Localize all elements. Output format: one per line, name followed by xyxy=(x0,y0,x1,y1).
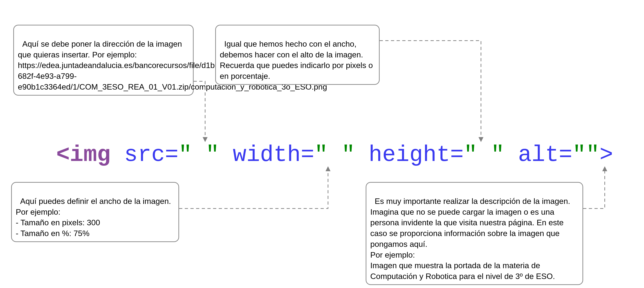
code-token-width: width xyxy=(233,142,301,168)
code-token-img: <img xyxy=(56,142,110,168)
code-eq-3: = xyxy=(450,142,464,168)
callout-width-text: Aquí puedes definir el ancho de la image… xyxy=(16,197,171,238)
callout-src: Aquí se debe poner la dirección de la im… xyxy=(13,25,194,96)
callout-alt-text: Es muy importante realizar la descripció… xyxy=(370,197,572,281)
code-token-src: src xyxy=(124,142,165,168)
code-heightval xyxy=(477,142,491,168)
callout-width: Aquí puedes definir el ancho de la image… xyxy=(11,182,179,242)
code-quote-4b: " xyxy=(586,142,600,168)
code-space-1 xyxy=(110,142,124,168)
code-quote-4a: " xyxy=(572,142,586,168)
connector-height xyxy=(380,41,481,140)
code-token-alt: alt xyxy=(518,142,559,168)
connector-alt xyxy=(583,169,605,209)
code-token-height: height xyxy=(369,142,450,168)
connector-width xyxy=(179,169,328,209)
code-eq-1: = xyxy=(165,142,178,168)
callout-height: Igual que hemos hecho con el ancho, debe… xyxy=(215,25,380,85)
code-quote-3b: " xyxy=(491,142,504,168)
code-eq-4: = xyxy=(559,142,572,168)
code-widthval xyxy=(328,142,342,168)
code-space-4 xyxy=(504,142,518,168)
code-quote-1b: " xyxy=(206,142,219,168)
callout-height-text: Igual que hemos hecho con el ancho, debe… xyxy=(220,39,375,81)
code-quote-2a: " xyxy=(314,142,328,168)
code-quote-2b: " xyxy=(342,142,355,168)
callout-alt: Es muy importante realizar la descripció… xyxy=(366,182,583,285)
code-space-3 xyxy=(355,142,369,168)
code-quote-3a: " xyxy=(464,142,477,168)
code-eq-2: = xyxy=(301,142,314,168)
code-space-2 xyxy=(219,142,233,168)
code-token-close: > xyxy=(600,142,613,168)
code-quote-1a: " xyxy=(178,142,192,168)
code-srcval xyxy=(192,142,206,168)
code-line: <img src=" " width=" " height=" " alt=""… xyxy=(56,142,613,168)
